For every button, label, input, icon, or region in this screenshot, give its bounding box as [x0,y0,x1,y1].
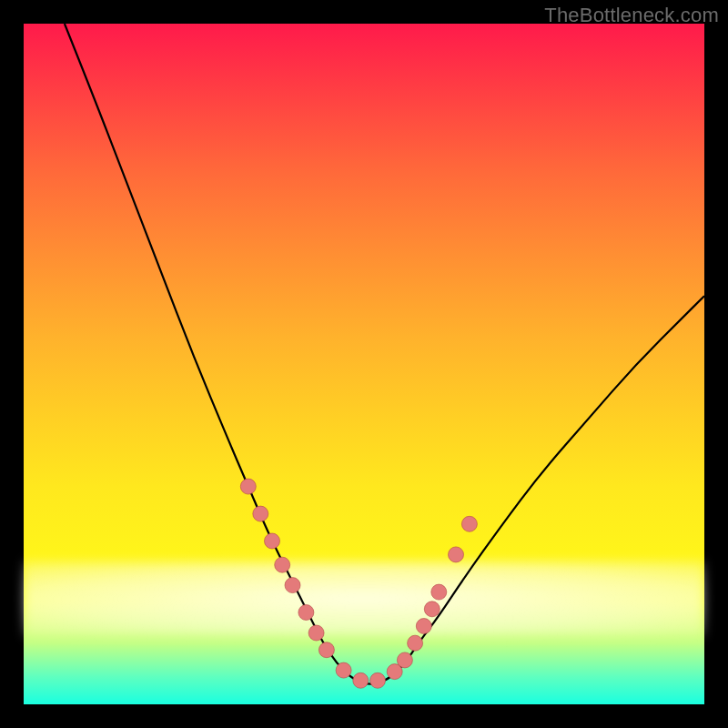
highlight-dot [416,619,431,634]
highlight-dot [431,584,447,600]
highlight-dot [308,625,324,641]
highlight-dot [265,533,280,549]
highlight-dot [240,479,256,494]
highlight-dot [424,602,440,617]
highlight-dot [449,547,464,562]
chart-frame [24,24,704,704]
highlight-dot [275,557,290,572]
highlight-dot [408,635,423,651]
highlight-dots-group [240,479,477,688]
watermark-text: TheBottleneck.com [544,4,719,27]
highlight-dot [397,652,412,668]
highlight-dot [461,516,477,531]
highlight-dot [285,578,300,593]
highlight-dot [370,672,386,688]
chart-svg [24,24,704,704]
highlight-dot [336,662,351,678]
bottleneck-curve [65,24,704,684]
highlight-dot [318,642,334,658]
highlight-dot [298,605,314,621]
highlight-dot [353,672,369,688]
highlight-dot [253,506,268,521]
